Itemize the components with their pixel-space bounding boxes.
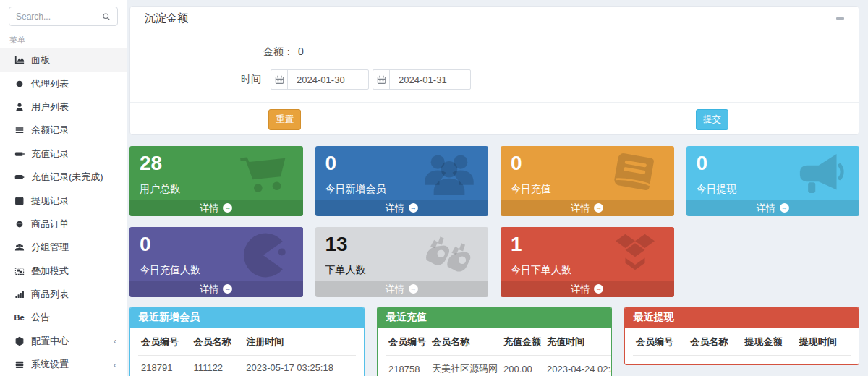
calendar-icon[interactable]	[373, 70, 390, 89]
table-header-row: 会员编号会员名称充值金额充值时间	[386, 328, 612, 356]
sidebar-item-10[interactable]: 商品列表	[0, 283, 127, 306]
table-cell: 200.00	[501, 356, 544, 376]
table-panel-title: 最近充值	[378, 307, 611, 328]
table-panel-title: 最近新增会员	[130, 307, 364, 328]
table-panel-title: 最近提现	[625, 307, 859, 328]
panel-body: 金额：0 时间	[130, 30, 859, 134]
table-header-row: 会员编号会员名称注册时间	[138, 328, 356, 356]
chart-area-icon	[14, 55, 25, 66]
collapse-icon[interactable]	[836, 17, 844, 20]
arrow-circle-right-icon: →	[409, 203, 418, 213]
recent-table-panel-1: 最近充值会员编号会员名称充值金额充值时间218758天美社区源码网200.002…	[377, 307, 612, 376]
table-panel-body: 会员编号会员名称注册时间2187911111222023-05-17 03:25…	[130, 328, 364, 376]
sphere-icon	[14, 218, 25, 229]
submit-button[interactable]: 提交	[696, 109, 728, 130]
stat-card-2: 0今日充值详情→	[501, 146, 674, 216]
amount-label: 金额：	[263, 46, 294, 57]
table-header-row: 会员编号会员名称提现金额提现时间	[633, 328, 851, 356]
column-header: 充值时间	[544, 328, 612, 356]
sidebar-item-label: 分组管理	[31, 241, 69, 254]
date-from-group	[271, 69, 369, 90]
sidebar-item-7[interactable]: 商品订单	[0, 213, 127, 236]
detail-link[interactable]: 详情→	[686, 200, 860, 216]
arrow-circle-right-icon: →	[594, 284, 603, 294]
object-group-icon	[14, 265, 25, 276]
date-from-input[interactable]	[288, 70, 368, 89]
sidebar-item-3[interactable]: 余额记录	[0, 119, 127, 142]
sidebar-item-label: 充值记录(未完成)	[31, 171, 103, 184]
detail-link[interactable]: 详情→	[315, 200, 489, 216]
detail-link-label: 详情	[571, 283, 590, 296]
sidebar-item-label: 公告	[31, 311, 50, 324]
sidebar-item-5[interactable]: 充值记录(未完成)	[0, 166, 127, 189]
stat-card-4: 0今日充值人数详情→	[129, 227, 303, 297]
sidebar-item-4[interactable]: 充值记录	[0, 142, 127, 166]
sidebar-item-6[interactable]: 提现记录	[0, 189, 127, 212]
sidebar-item-label: 商品订单	[31, 218, 69, 231]
detail-link-label: 详情	[571, 202, 590, 215]
sidebar-item-label: 充值记录	[31, 148, 69, 161]
signal-icon	[14, 289, 25, 300]
sidebar-item-label: 提现记录	[31, 195, 69, 208]
reset-button[interactable]: 重置	[268, 109, 301, 130]
time-row: 时间	[241, 69, 859, 90]
detail-link[interactable]: 详情→	[129, 200, 303, 216]
sidebar-item-13[interactable]: 系统设置‹	[0, 353, 127, 376]
stat-card-1: 0今日新增会员详情→	[315, 146, 489, 216]
sidebar-item-label: 面板	[31, 54, 50, 67]
panel-header: 沉淀金额	[130, 7, 859, 30]
date-to-input[interactable]	[390, 70, 470, 89]
sidebar-item-label: 代理列表	[31, 77, 69, 90]
column-header: 会员名称	[429, 328, 501, 356]
sidebar-item-12[interactable]: 配置中心‹	[0, 330, 127, 353]
stat-card-6: 1今日下单人数详情→	[501, 227, 674, 297]
hands-icon	[423, 232, 475, 278]
column-header: 提现时间	[796, 328, 851, 356]
data-table: 会员编号会员名称注册时间2187911111222023-05-17 03:25…	[138, 328, 356, 376]
stat-card-0: 28用户总数详情→	[129, 146, 303, 216]
sidebar-item-9[interactable]: 叠加模式	[0, 260, 127, 283]
table-cell: 2023-04-24 02:31:30	[544, 356, 612, 376]
panel-footer: 重置 提交	[130, 102, 859, 134]
column-header: 会员编号	[633, 328, 687, 356]
amount-value: 0	[298, 46, 304, 57]
detail-link[interactable]: 详情→	[501, 200, 674, 216]
arrow-circle-right-icon: →	[409, 284, 418, 294]
sidebar-item-label: 叠加模式	[31, 265, 69, 278]
detail-link[interactable]: 详情→	[315, 281, 489, 297]
sidebar-item-label: 配置中心	[31, 335, 69, 348]
date-to-group	[373, 69, 471, 90]
calendar-icon[interactable]	[271, 70, 288, 89]
sidebar-item-1[interactable]: 代理列表	[0, 72, 127, 95]
sidebar: 菜单 面板代理列表用户列表余额记录充值记录充值记录(未完成)提现记录商品订单分组…	[0, 0, 127, 376]
users-icon	[14, 242, 25, 253]
sidebar-item-label: 商品列表	[31, 288, 69, 301]
shopping-cart-icon	[238, 151, 290, 197]
column-header: 会员名称	[191, 328, 244, 356]
table-row: 218758天美社区源码网200.002023-04-24 02:31:30	[386, 356, 612, 376]
detail-link[interactable]: 详情→	[129, 281, 303, 297]
table-cell: 天美社区源码网	[429, 356, 501, 376]
book-icon	[609, 151, 661, 197]
pacman-icon	[238, 232, 290, 278]
check-square-icon	[14, 195, 25, 206]
detail-link-label: 详情	[757, 202, 775, 215]
column-header: 会员名称	[687, 328, 741, 356]
recent-table-panel-0: 最近新增会员会员编号会员名称注册时间2187911111222023-05-17…	[129, 307, 365, 376]
arrow-circle-right-icon: →	[223, 203, 232, 213]
stat-cards-row-1: 28用户总数详情→0今日新增会员详情→0今日充值详情→0今日提现详情→	[129, 146, 859, 216]
sidebar-item-11[interactable]: Bē公告	[0, 306, 127, 329]
sidebar-item-8[interactable]: 分组管理	[0, 236, 127, 259]
search-icon[interactable]	[102, 12, 111, 21]
dropbox-icon	[609, 232, 661, 278]
sidebar-item-2[interactable]: 用户列表	[0, 95, 127, 119]
server-icon	[14, 359, 25, 370]
search-input[interactable]	[16, 12, 102, 22]
sidebar-item-0[interactable]: 面板	[0, 48, 127, 72]
search-box[interactable]	[9, 7, 118, 26]
amount-row: 金额：0	[263, 46, 859, 59]
detail-link[interactable]: 详情→	[501, 281, 674, 297]
table-cell: 218791	[138, 356, 191, 376]
list-icon	[14, 125, 25, 136]
hexagon-config-icon	[14, 336, 25, 346]
